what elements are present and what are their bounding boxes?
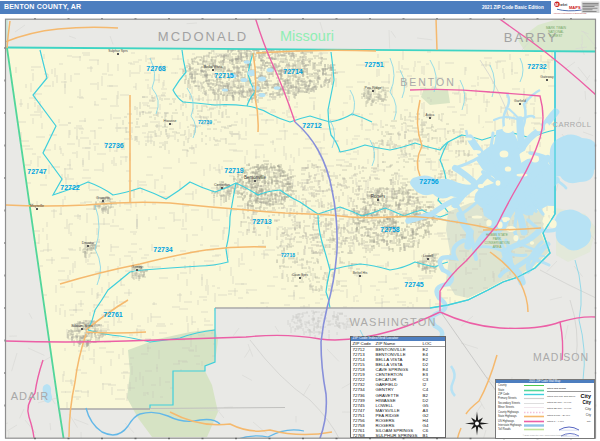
svg-text:Bethel Hts: Bethel Hts [353,271,368,275]
svg-text:Rogers: Rogers [371,194,386,199]
svg-text:72715: 72715 [214,72,234,79]
svg-text:Gentry: Gentry [132,265,143,269]
svg-text:arket: arket [560,3,567,7]
svg-text:MADISON: MADISON [533,351,589,363]
svg-text:72722: 72722 [60,184,80,191]
svg-text:72758: 72758 [380,226,400,233]
svg-text:72747: 72747 [27,168,47,175]
svg-text:72751: 72751 [364,61,384,68]
svg-text:AREA: AREA [493,245,503,249]
svg-text:72719: 72719 [224,167,244,174]
svg-text:FOREST: FOREST [550,34,563,38]
svg-text:Missouri: Missouri [280,28,334,44]
svg-text:Sulphur Sprs: Sulphur Sprs [108,49,128,53]
svg-text:Pea Ridge: Pea Ridge [365,86,382,90]
svg-text:Siloam Sprs: Siloam Sprs [71,323,93,328]
svg-text:Bentonville: Bentonville [244,175,267,180]
svg-text:WASHINGTON: WASHINGTON [349,316,436,328]
svg-text:MAPS: MAPS [569,5,581,10]
svg-text:72739: 72739 [198,119,212,125]
svg-text:Gateway: Gateway [540,75,554,79]
svg-text:Bella Vista: Bella Vista [204,64,224,69]
svg-text:BENTON: BENTON [400,76,456,88]
svg-text:72736: 72736 [104,142,124,149]
svg-text:Cave Sprs: Cave Sprs [292,273,308,277]
svg-text:72768: 72768 [146,65,166,72]
svg-text:72713: 72713 [252,218,272,225]
svg-text:72745: 72745 [404,281,424,288]
svg-text:Hiwasse: Hiwasse [164,119,177,123]
svg-text:72712: 72712 [302,122,322,129]
svg-text:72714: 72714 [283,68,303,75]
svg-text:Decatur: Decatur [82,241,95,245]
svg-text:Garfield: Garfield [514,99,526,103]
svg-text:72718: 72718 [281,252,295,258]
svg-text:72756: 72756 [419,178,439,185]
svg-text:Avoca: Avoca [426,113,435,117]
svg-text:ADAIR: ADAIR [11,390,50,402]
svg-text:Centerton: Centerton [214,183,230,187]
svg-text:Maysville: Maysville [30,204,44,208]
svg-text:Lowell: Lowell [423,254,433,258]
svg-text:CARROLL: CARROLL [553,120,592,129]
svg-text:Gravette: Gravette [96,196,110,200]
svg-text:72761: 72761 [103,311,123,318]
svg-text:72734: 72734 [153,246,173,253]
svg-text:MCDONALD: MCDONALD [158,29,248,44]
svg-text:72732: 72732 [527,63,547,70]
